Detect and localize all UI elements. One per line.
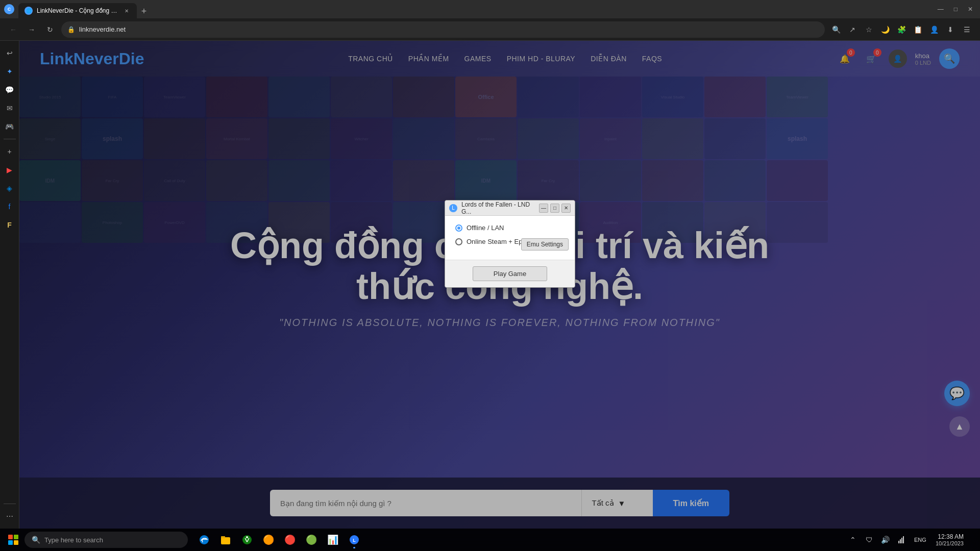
dialog-titlebar: L Lords of the Fallen - LND G... — □ ✕ (445, 201, 575, 216)
play-game-button[interactable]: Play Game (473, 266, 547, 281)
address-bar-actions: 🔍 ↗ ☆ 🌙 🧩 📋 👤 ⬇ ☰ (829, 22, 974, 37)
taskbar-app5-icon[interactable]: 🔴 (280, 530, 300, 550)
show-desktop-button[interactable] (970, 531, 976, 549)
svg-text:L: L (353, 538, 356, 543)
windows-defender-icon[interactable]: 🛡 (862, 533, 876, 547)
taskbar-app4-icon[interactable]: 🟠 (258, 530, 279, 550)
svg-rect-9 (901, 538, 902, 543)
sidebar-friso-icon[interactable]: F (2, 217, 18, 233)
address-bar: ← → ↻ 🔒 linkneverdie.net 🔍 ↗ ☆ 🌙 🧩 📋 👤 ⬇… (0, 18, 980, 41)
tab-favicon: 🌐 (24, 7, 33, 15)
download-icon[interactable]: ⬇ (943, 22, 958, 37)
reading-list-icon[interactable]: 📋 (911, 22, 925, 37)
taskbar-app6-icon[interactable]: 🟢 (301, 530, 322, 550)
dialog-window-buttons: — □ ✕ (539, 204, 571, 213)
security-lock-icon: 🔒 (67, 26, 75, 33)
bookmark-icon[interactable]: ☆ (862, 22, 876, 37)
date-display: 10/21/2023 (936, 540, 964, 546)
sidebar-bottom-divider (4, 504, 16, 504)
sidebar-add-icon[interactable]: + (2, 143, 18, 160)
sidebar-messenger-icon[interactable]: 💬 (2, 82, 18, 98)
time-display: 12:38 AM (936, 533, 964, 540)
start-button[interactable] (4, 531, 22, 549)
offline-lan-option[interactable]: Offline / LAN (455, 224, 565, 232)
close-button[interactable]: ✕ (965, 5, 976, 14)
extension-icon[interactable]: 🧩 (894, 22, 909, 37)
sidebar-mail-icon[interactable]: ✉ (2, 100, 18, 116)
back-button[interactable]: ← (6, 22, 20, 37)
dialog-app-icon: L (449, 204, 457, 212)
taskbar-xbox-icon[interactable] (237, 530, 257, 550)
sidebar-more-icon[interactable]: ⋯ (2, 508, 18, 524)
browser-chrome: C 🌐 LinkNeverDie - Cộng đồng chia... ✕ +… (0, 0, 980, 18)
taskbar-apps: 🟠 🔴 🟢 📊 L (190, 530, 844, 550)
taskbar-lnd-icon[interactable]: L (344, 530, 364, 550)
emu-settings-button[interactable]: Emu Settings (521, 238, 569, 251)
browser-logo: C (4, 4, 14, 14)
system-clock[interactable]: 12:38 AM 10/21/2023 (932, 533, 968, 546)
svg-point-4 (246, 536, 248, 538)
dialog-maximize-button[interactable]: □ (550, 204, 559, 213)
offline-lan-radio[interactable] (455, 224, 462, 232)
lords-fallen-dialog: L Lords of the Fallen - LND G... — □ ✕ E… (445, 200, 575, 288)
taskbar-file-explorer-icon[interactable] (215, 530, 236, 550)
browser-shield-icon[interactable]: 🌙 (878, 22, 892, 37)
dialog-footer: Play Game (445, 260, 575, 287)
svg-rect-2 (221, 536, 225, 538)
zoom-icon[interactable]: 🔍 (829, 22, 843, 37)
maximize-button[interactable]: □ (951, 5, 961, 14)
online-steam-radio[interactable] (455, 238, 462, 245)
main-content: LinkNeverDie TRANG CHỦ PHẦN MỀM GAMES PH… (19, 41, 980, 529)
svg-rect-8 (900, 539, 901, 543)
minimize-button[interactable]: — (935, 5, 947, 14)
browser-traffic-lights: C (4, 4, 14, 14)
tab-close-button[interactable]: ✕ (122, 7, 131, 15)
share-icon[interactable]: ↗ (845, 22, 860, 37)
sidebar-divider (4, 139, 16, 139)
dialog-body: Emu Settings Offline / LAN Online Steam … (445, 216, 575, 260)
windows-logo-icon (8, 535, 18, 545)
tray-chevron-icon[interactable]: ⌃ (846, 533, 860, 547)
sidebar-vscode-icon[interactable]: ◈ (2, 180, 18, 196)
network-icon[interactable] (895, 533, 909, 547)
sidebar-games-icon[interactable]: 🎮 (2, 118, 18, 135)
sidebar-youtube-icon[interactable]: ▶ (2, 162, 18, 178)
taskbar-edge-icon[interactable] (194, 530, 214, 550)
profile-icon[interactable]: 👤 (927, 22, 941, 37)
taskbar-search-icon: 🔍 (32, 536, 40, 544)
forward-button[interactable]: → (24, 22, 39, 37)
svg-rect-1 (221, 537, 230, 544)
new-tab-button[interactable]: + (137, 4, 151, 18)
sidebar-ai-icon[interactable]: ✦ (2, 63, 18, 80)
taskbar-search-placeholder: Type here to search (44, 536, 103, 544)
url-text: linkneverdie.net (79, 26, 819, 33)
taskbar-powerpoint-icon[interactable]: 📊 (323, 530, 343, 550)
refresh-button[interactable]: ↻ (43, 22, 57, 37)
url-bar[interactable]: 🔒 linkneverdie.net (61, 21, 825, 38)
volume-icon[interactable]: 🔊 (878, 533, 893, 547)
browser-sidebar: ↩ ✦ 💬 ✉ 🎮 + ▶ ◈ f F ⋯ (0, 41, 19, 529)
window-controls: — □ ✕ (935, 5, 976, 14)
menu-icon[interactable]: ☰ (960, 22, 974, 37)
dialog-close-button[interactable]: ✕ (561, 204, 571, 213)
sidebar-history-icon[interactable]: ↩ (2, 45, 18, 61)
dialog-title: Lords of the Fallen - LND G... (461, 201, 535, 215)
svg-rect-10 (903, 536, 904, 543)
tab-label: LinkNeverDie - Cộng đồng chia... (37, 7, 118, 14)
dialog-overlay: L Lords of the Fallen - LND G... — □ ✕ E… (19, 41, 980, 529)
dialog-minimize-button[interactable]: — (539, 204, 548, 213)
sidebar-facebook-icon[interactable]: f (2, 198, 18, 215)
taskbar-search-box[interactable]: 🔍 Type here to search (24, 532, 188, 548)
svg-point-0 (200, 535, 209, 544)
language-icon[interactable]: ENG (911, 533, 929, 547)
svg-rect-7 (898, 541, 899, 543)
tab-bar: 🌐 LinkNeverDie - Cộng đồng chia... ✕ + (18, 0, 930, 18)
taskbar-system-tray: ⌃ 🛡 🔊 ENG 12:38 AM 10/21/2023 (846, 531, 976, 549)
taskbar: 🔍 Type here to search 🟠 🔴 🟢 📊 (0, 529, 980, 551)
active-tab[interactable]: 🌐 LinkNeverDie - Cộng đồng chia... ✕ (18, 3, 137, 18)
website: LinkNeverDie TRANG CHỦ PHẦN MỀM GAMES PH… (19, 41, 980, 529)
